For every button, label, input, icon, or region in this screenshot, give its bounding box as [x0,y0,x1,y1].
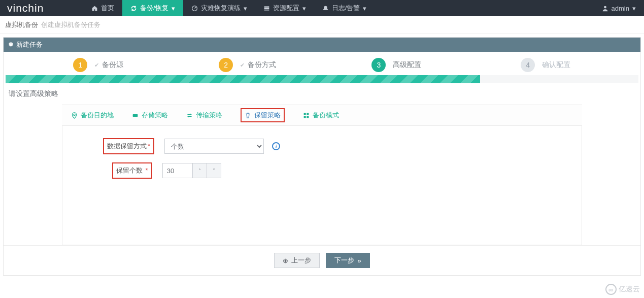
tab-label: 保留策略 [254,111,281,120]
location-icon [71,112,78,119]
retain-mode-select[interactable]: 个数 [164,139,264,154]
bell-icon [322,5,329,12]
wizard-actions: ⊕ 上一步 下一步 » [4,245,640,275]
row-retain-mode: 数据保留方式* 个数 i [103,138,541,154]
prev-button[interactable]: ⊕ 上一步 [274,253,320,268]
row-retain-count: 保留个数 * ˄ ˅ [103,162,541,179]
tab-destination[interactable]: 备份目的地 [62,105,123,125]
chevron-down-icon: ▾ [302,5,306,12]
tab-label: 备份模式 [313,111,339,120]
svg-point-4 [604,6,606,8]
svg-rect-11 [307,116,309,118]
nav-home[interactable]: 首页 [83,0,122,16]
tab-label: 存储策略 [142,111,168,120]
retain-count-label: 保留个数 [116,167,143,174]
tab-label: 传输策略 [196,111,222,120]
svg-rect-9 [307,113,309,115]
retain-count-input[interactable] [162,163,193,178]
user-name: admin [612,5,629,12]
transfer-icon [186,112,193,119]
refresh-icon [130,5,137,12]
step-label: 备份源 [102,60,123,70]
nav-logs-label: 日志/告警 [332,4,360,13]
progress-stripe [6,75,638,83]
breadcrumb-sub: 创建虚拟机备份任务 [41,20,100,29]
nav-drill[interactable]: 灾难恢复演练 ▾ [183,0,255,16]
tab-transfer[interactable]: 传输策略 [177,105,231,125]
check-icon: ✔ [240,62,245,69]
svg-rect-7 [133,114,138,117]
svg-rect-10 [304,116,306,118]
next-label: 下一步 [334,256,354,265]
nav-resource-label: 资源配置 [273,4,299,13]
nav-backup[interactable]: 备份/恢复 ▾ [122,0,183,16]
step-number: 3 [371,58,386,72]
nav-resource[interactable]: 资源配置 ▾ [255,0,314,16]
retain-mode-label: 数据保留方式 [107,142,147,150]
arrow-left-icon: ⊕ [283,257,288,264]
step-up-button[interactable]: ˄ [193,163,207,178]
brand-logo: vinchin [0,0,83,16]
tab-label: 备份目的地 [81,111,114,120]
chevron-down-icon: ▾ [363,5,366,12]
step-label: 备份方式 [248,60,276,70]
breadcrumb-main: 虚拟机备份 [5,20,38,29]
svg-rect-8 [304,113,306,115]
step-down-button[interactable]: ˅ [207,163,221,178]
chevron-down-icon: ▾ [172,5,175,12]
chevron-down-icon: ▾ [632,5,636,12]
step-label: 高级配置 [393,60,421,70]
wizard-step-3[interactable]: 3 高级配置 [322,58,471,72]
nav-drill-label: 灾难恢复演练 [201,4,241,13]
tab-storage[interactable]: 存储策略 [123,105,177,125]
step-number: 2 [219,58,233,72]
task-panel: 新建任务 1 ✔备份源 2 ✔备份方式 3 高级配置 4 确认配置 请设 [3,37,641,276]
wizard-step-1[interactable]: 1 ✔备份源 [24,58,173,72]
grid-icon [303,112,310,119]
user-icon [602,5,608,12]
user-menu[interactable]: admin ▾ [594,0,644,16]
prev-label: 上一步 [291,256,311,265]
nav-logs[interactable]: 日志/告警 ▾ [314,0,375,16]
svg-rect-1 [264,6,269,7]
wizard-step-4[interactable]: 4 确认配置 [471,58,620,72]
next-button[interactable]: 下一步 » [326,253,369,268]
step-label: 确认配置 [542,60,570,70]
check-icon: ✔ [94,62,99,69]
form-body: 数据保留方式* 个数 i 保留个数 * ˄ ˅ [62,126,582,245]
dashboard-icon [191,5,198,12]
panel-title: 新建任务 [16,40,43,49]
strategy-tabs: 备份目的地 存储策略 传输策略 保留策略 [62,105,582,125]
stack-icon [263,5,270,12]
breadcrumb: 虚拟机备份 创建虚拟机备份任务 [0,16,644,34]
gear-icon [8,42,14,48]
svg-rect-3 [264,9,269,10]
info-icon[interactable]: i [272,142,280,150]
svg-point-6 [74,114,75,115]
chevron-down-icon: ▾ [244,5,247,12]
wizard-step-2[interactable]: 2 ✔备份方式 [173,58,322,72]
svg-rect-2 [264,8,269,9]
panel-header: 新建任务 [4,38,640,52]
step-number: 1 [73,58,87,72]
nav-home-label: 首页 [101,4,114,13]
trash-icon [245,112,251,119]
top-nav: vinchin 首页 备份/恢复 ▾ 灾难恢复演练 ▾ 资源配置 ▾ 日志/告警… [0,0,644,16]
nav-backup-label: 备份/恢复 [140,4,168,13]
tab-retain[interactable]: 保留策略 [231,105,294,125]
tab-mode[interactable]: 备份模式 [294,105,348,125]
arrow-right-icon: » [357,257,361,264]
wizard-steps: 1 ✔备份源 2 ✔备份方式 3 高级配置 4 确认配置 [4,52,640,74]
home-icon [91,5,98,12]
step-number: 4 [521,58,535,72]
section-title: 请设置高级策略 [4,89,640,105]
disk-icon [132,112,139,119]
